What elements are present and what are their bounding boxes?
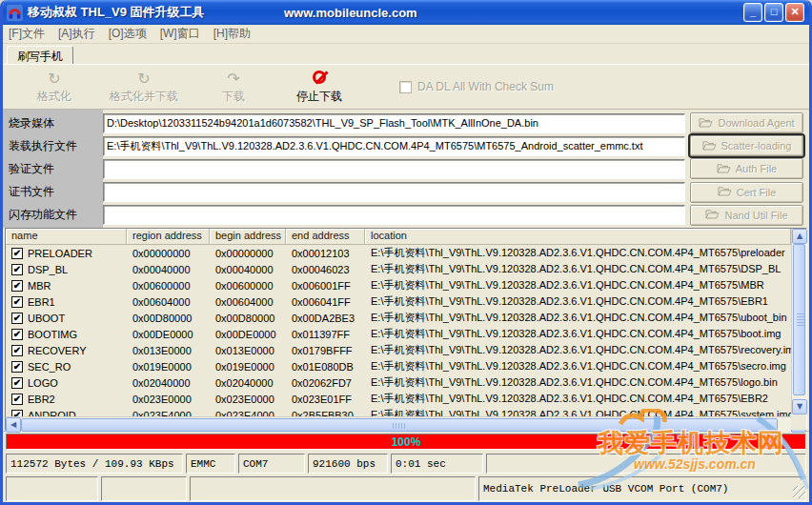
cell-end-address: 0x02062FD7 [286,377,365,389]
menu-item-1[interactable]: [A]执行 [58,26,95,42]
app-icon [7,5,23,21]
nand-util-file-input[interactable] [103,205,685,225]
table-row[interactable]: ✔SEC_RO0x019E00000x019E00000x01E080DBE:\… [6,358,791,374]
status-cell-921600-bps: 921600 bps [308,454,388,474]
scatter-loading-input[interactable] [103,136,685,156]
format-download-button: ↻格式化并下载 [110,70,178,105]
download-agent-button[interactable]: Download Agent [690,112,803,133]
field-button-label: Cert File [737,187,777,198]
menu-item-0[interactable]: [F]文件 [9,26,45,42]
table-row[interactable]: ✔ANDROID0x023E40000x023E40000x2B5FBB30E:… [6,407,791,416]
vertical-scrollbar[interactable]: ▲ ▼ [791,229,806,414]
stop-download-button[interactable]: 停止下载 [289,70,350,105]
window-title-url: www.mobileuncle.com [284,6,417,20]
menu-item-4[interactable]: [H]帮助 [213,26,251,42]
table-row[interactable]: ✔EBR20x023E00000x023E00000x023E01FFE:\手机… [6,391,791,407]
table-row[interactable]: ✔UBOOT0x00D800000x00D800000x00DA2BE3E:\手… [6,310,791,326]
cell-begin-address: 0x00D80000 [210,313,286,324]
partition-name: LOGO [28,377,58,389]
menu-bar: [F]文件[A]执行[O]选项[W]窗口[H]帮助 [3,25,809,44]
cell-region-address: 0x023E0000 [127,394,210,405]
cell-name: ✔DSP_BL [6,264,127,275]
folder-icon [699,117,713,130]
column-header-begin-address[interactable]: begin address [210,229,286,245]
cell-begin-address: 0x00040000 [210,264,286,275]
column-header-region-address[interactable]: region address [127,229,210,245]
cell-region-address: 0x00000000 [127,248,210,259]
toolbar-button-label: 格式化并下载 [110,89,178,105]
row-checkbox[interactable]: ✔ [11,248,23,259]
partition-name: EBR2 [28,394,55,405]
row-checkbox[interactable]: ✔ [11,296,23,308]
table-row[interactable]: ✔PRELOADER0x000000000x000000000x00012103… [6,245,791,261]
download-agent-input[interactable] [103,113,685,133]
column-header-name[interactable]: name [6,229,127,245]
row-checkbox[interactable]: ✔ [11,313,23,324]
cell-begin-address: 0x023E4000 [210,410,286,417]
download-button: ↷下载 [203,70,264,105]
partition-name: PRELOADER [28,248,92,259]
tab-flash-phone[interactable]: 刷写手机 [7,46,73,64]
field-label-auth-file: 验证文件 [3,161,103,177]
table-row[interactable]: ✔RECOVERY0x013E00000x013E00000x0179BFFFE… [6,342,791,358]
horizontal-scrollbar-thumb[interactable] [21,418,778,432]
field-button-label: Scatter-loading [721,140,792,152]
cell-end-address: 0x00DA2BE3 [286,313,365,324]
row-checkbox[interactable]: ✔ [11,361,23,373]
cert-file-input[interactable] [103,182,685,202]
table-row[interactable]: ✔EBR10x006040000x006040000x006041FFE:\手机… [6,293,791,310]
minimize-button[interactable]: _ [743,3,762,22]
partition-name: EBR1 [28,296,55,308]
scroll-up-button[interactable]: ▲ [792,229,807,244]
cell-region-address: 0x00DE0000 [127,329,210,340]
cell-begin-address: 0x00604000 [210,296,286,308]
status-cell [101,476,187,501]
field-label-scatter-loading: 装载执行文件 [3,138,103,154]
column-header-location[interactable]: location [365,229,791,245]
scroll-down-button[interactable]: ▼ [792,399,807,414]
row-checkbox[interactable]: ✔ [11,410,23,417]
auth-file-input[interactable] [103,159,685,179]
cell-begin-address: 0x00600000 [210,280,286,292]
close-button[interactable]: ✕ [785,3,804,22]
menu-item-2[interactable]: [O]选项 [109,26,147,42]
partition-name: MBR [28,280,51,292]
maximize-button[interactable]: □ [764,3,783,22]
partition-table-body: ✔PRELOADER0x000000000x000000000x00012103… [6,245,806,416]
table-row[interactable]: ✔MBR0x006000000x006000000x006001FFE:\手机资… [6,277,791,293]
auth-file-button[interactable]: Auth File [690,158,803,179]
table-row[interactable]: ✔BOOTIMG0x00DE00000x00DE00000x011397FFE:… [6,326,791,342]
resize-grip[interactable] [793,486,805,498]
scroll-left-button[interactable]: ◀ [6,417,21,433]
menu-item-3[interactable]: [W]窗口 [160,26,200,42]
da-dl-checkbox[interactable] [399,81,412,93]
row-checkbox[interactable]: ✔ [11,264,23,275]
field-button-label: Download Agent [718,117,794,129]
download-icon: ↷ [227,70,239,89]
row-checkbox[interactable]: ✔ [11,329,23,340]
row-checkbox[interactable]: ✔ [11,394,23,405]
scatter-loading-button[interactable]: Scatter-loading [690,135,803,156]
cell-end-address: 0x011397FF [286,329,365,340]
table-row[interactable]: ✔LOGO0x020400000x020400000x02062FD7E:\手机… [6,374,791,391]
nand-util-file-button[interactable]: Nand Util File [690,205,803,226]
horizontal-scrollbar[interactable]: ◀ ▶ [6,416,806,432]
cell-location: E:\手机资料\Thl_V9\ThL.V9.120328.AD2.3.6.V1.… [365,262,791,276]
field-label-cert-file: 证书文件 [3,184,103,200]
table-row[interactable]: ✔DSP_BL0x000400000x000400000x00046023E:\… [6,261,791,277]
row-checkbox[interactable]: ✔ [11,345,23,356]
row-checkbox[interactable]: ✔ [11,377,23,389]
field-row: 验证文件Auth File [3,157,809,180]
folder-icon [717,163,731,175]
cell-name: ✔RECOVERY [6,345,127,356]
field-label-nand-util-file: 闪存功能文件 [3,207,103,223]
da-dl-checkbox-group[interactable]: DA DL All With Check Sum [399,80,554,93]
status-cell [6,476,98,501]
cell-name: ✔LOGO [6,377,127,389]
toolbar-button-label: 下载 [222,89,245,105]
row-checkbox[interactable]: ✔ [11,280,23,292]
vertical-scrollbar-thumb[interactable] [793,244,805,395]
cell-end-address: 0x0179BFFF [286,345,365,356]
cert-file-button[interactable]: Cert File [690,182,803,203]
column-header-end-address[interactable]: end address [286,229,365,245]
